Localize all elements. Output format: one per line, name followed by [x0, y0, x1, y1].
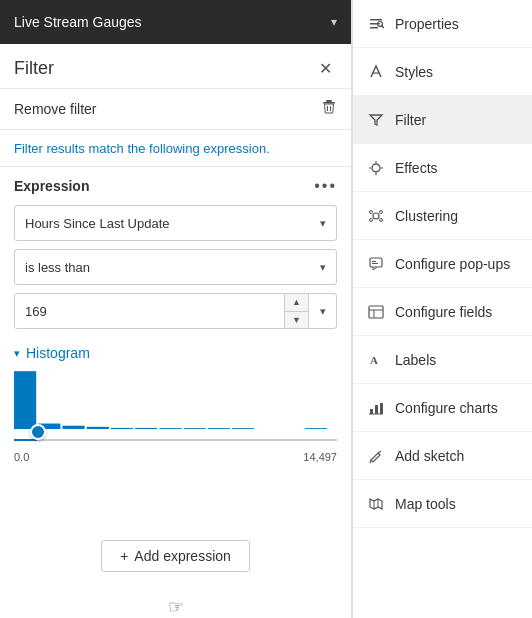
- sidebar-item-effects[interactable]: Effects: [353, 144, 532, 192]
- sidebar-item-filter[interactable]: Filter: [353, 96, 532, 144]
- svg-point-32: [380, 218, 383, 221]
- svg-point-30: [380, 210, 383, 213]
- svg-rect-36: [369, 306, 383, 318]
- field-dropdown[interactable]: Hours Since Last Update ▾: [14, 205, 337, 241]
- labels-icon: A: [367, 351, 385, 369]
- svg-rect-4: [14, 371, 36, 429]
- histogram-axis: 0.0 14,497: [14, 449, 337, 465]
- svg-rect-10: [159, 428, 181, 429]
- svg-rect-11: [184, 428, 206, 429]
- value-dropdown-button[interactable]: ▾: [308, 294, 336, 328]
- sidebar-item-clustering[interactable]: Clustering: [353, 192, 532, 240]
- close-button[interactable]: ✕: [313, 56, 337, 80]
- panel-chevron-icon[interactable]: ▾: [331, 15, 337, 29]
- spinner-down-button[interactable]: ▼: [285, 312, 308, 329]
- svg-rect-13: [232, 428, 254, 429]
- expression-header: Expression •••: [14, 177, 337, 195]
- popup-icon: [367, 255, 385, 273]
- svg-rect-18: [370, 23, 380, 25]
- svg-point-23: [372, 164, 380, 172]
- add-expression-plus-icon: +: [120, 548, 128, 564]
- slider-thumb[interactable]: [30, 424, 46, 440]
- axis-max-label: 14,497: [303, 451, 337, 463]
- expression-label: Expression: [14, 178, 89, 194]
- svg-rect-6: [62, 426, 84, 429]
- add-expression-row: + Add expression: [0, 524, 351, 592]
- operator-dropdown[interactable]: is less than ▾: [14, 249, 337, 285]
- remove-filter-label: Remove filter: [14, 101, 96, 117]
- svg-rect-19: [370, 27, 378, 29]
- styles-icon: [367, 63, 385, 81]
- sidebar-item-configure-charts[interactable]: Configure charts: [353, 384, 532, 432]
- slider-track: [14, 439, 337, 441]
- sketch-icon: [367, 447, 385, 465]
- svg-rect-9: [135, 428, 157, 429]
- field-dropdown-value: Hours Since Last Update: [25, 216, 170, 231]
- field-dropdown-arrow-icon: ▾: [320, 217, 326, 230]
- histogram-section: ▾ Histogram: [0, 345, 351, 459]
- svg-rect-33: [370, 258, 382, 267]
- sidebar-item-map-tools[interactable]: Map tools: [353, 480, 532, 528]
- clustering-icon: [367, 207, 385, 225]
- sidebar-item-configure-fields[interactable]: Configure fields: [353, 288, 532, 336]
- svg-rect-34: [372, 261, 376, 262]
- sidebar-item-add-sketch[interactable]: Add sketch: [353, 432, 532, 480]
- panel-title: Live Stream Gauges: [14, 14, 142, 30]
- operator-dropdown-value: is less than: [25, 260, 90, 275]
- trash-icon[interactable]: [321, 99, 337, 119]
- sidebar-item-configure-charts-label: Configure charts: [395, 400, 498, 416]
- svg-rect-40: [370, 409, 373, 414]
- sidebar-item-effects-label: Effects: [395, 160, 438, 176]
- filter-icon: [367, 111, 385, 129]
- svg-rect-8: [111, 428, 133, 429]
- svg-rect-41: [375, 405, 378, 414]
- svg-line-44: [378, 451, 381, 453]
- value-spinners: ▲ ▼: [284, 294, 308, 328]
- filter-info-text: Filter results match the following expre…: [14, 141, 270, 156]
- svg-rect-0: [326, 100, 332, 102]
- svg-point-29: [370, 210, 373, 213]
- svg-rect-1: [323, 102, 335, 104]
- sidebar-item-add-sketch-label: Add sketch: [395, 448, 464, 464]
- spinner-up-button[interactable]: ▲: [285, 294, 308, 312]
- histogram-svg: [14, 369, 337, 429]
- properties-icon: [367, 15, 385, 33]
- axis-min-label: 0.0: [14, 451, 29, 463]
- svg-line-45: [370, 460, 371, 463]
- filter-info: Filter results match the following expre…: [0, 130, 351, 167]
- svg-rect-35: [372, 263, 378, 264]
- filter-title: Filter: [14, 58, 54, 79]
- sidebar-item-map-tools-label: Map tools: [395, 496, 456, 512]
- sidebar-item-labels[interactable]: A Labels: [353, 336, 532, 384]
- cursor-hint: ☞: [0, 596, 351, 618]
- fields-icon: [367, 303, 385, 321]
- histogram-toggle[interactable]: ▾ Histogram: [14, 345, 337, 361]
- left-panel: Live Stream Gauges ▾ Filter ✕ Remove fil…: [0, 0, 352, 618]
- slider-fill: [14, 439, 37, 441]
- value-row: ▲ ▼ ▾: [14, 293, 337, 329]
- maptool-icon: [367, 495, 385, 513]
- charts-icon: [367, 399, 385, 417]
- panel-header: Live Stream Gauges ▾: [0, 0, 351, 44]
- histogram-chart: 0.0 14,497: [14, 369, 337, 449]
- sidebar-item-styles[interactable]: Styles: [353, 48, 532, 96]
- sidebar-item-properties[interactable]: Properties: [353, 0, 532, 48]
- right-panel: Properties Styles Filter: [352, 0, 532, 618]
- sidebar-item-properties-label: Properties: [395, 16, 459, 32]
- sidebar-item-styles-label: Styles: [395, 64, 433, 80]
- add-expression-label: Add expression: [134, 548, 231, 564]
- histogram-slider[interactable]: [14, 431, 337, 449]
- filter-header: Filter ✕: [0, 44, 351, 89]
- sidebar-item-clustering-label: Clustering: [395, 208, 458, 224]
- svg-rect-12: [208, 428, 230, 429]
- sidebar-item-labels-label: Labels: [395, 352, 436, 368]
- svg-rect-7: [87, 427, 109, 429]
- sidebar-item-configure-popups[interactable]: Configure pop-ups: [353, 240, 532, 288]
- add-expression-button[interactable]: + Add expression: [101, 540, 250, 572]
- svg-point-31: [370, 218, 373, 221]
- svg-rect-17: [370, 19, 382, 21]
- effects-icon: [367, 159, 385, 177]
- more-options-button[interactable]: •••: [314, 177, 337, 195]
- histogram-chevron-icon: ▾: [14, 347, 20, 360]
- value-input[interactable]: [15, 294, 284, 328]
